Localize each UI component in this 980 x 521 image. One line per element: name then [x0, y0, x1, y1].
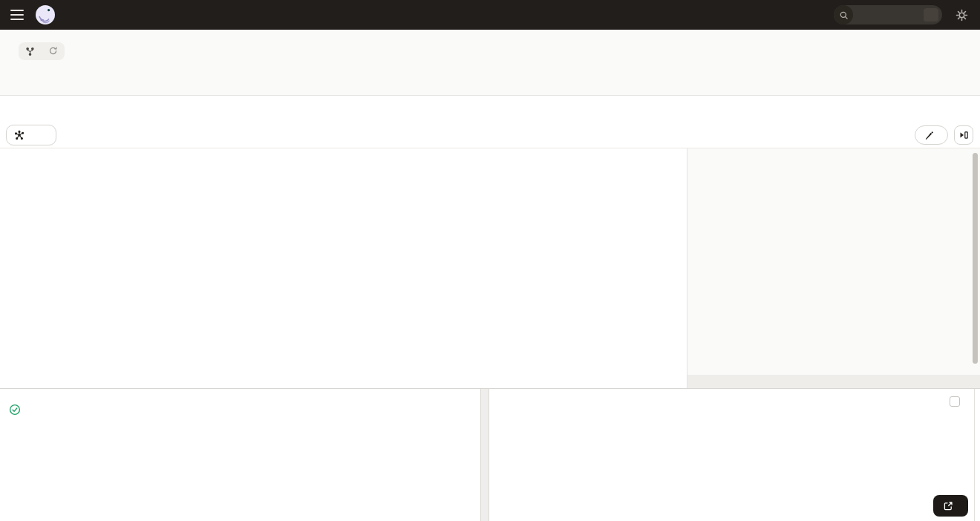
job-header: [0, 30, 980, 96]
job-location-badge: [19, 42, 65, 60]
job-graph-icon: [25, 47, 35, 56]
errors-only-toggle: [950, 396, 966, 407]
errors-only-checkbox[interactable]: [950, 396, 960, 407]
hamburger-menu-icon[interactable]: [10, 10, 24, 20]
bottom-splitter-handle[interactable]: [480, 389, 489, 521]
reload-icon[interactable]: [48, 46, 58, 57]
settings-gear-icon[interactable]: [956, 9, 968, 22]
launch-icon: [943, 501, 953, 511]
search-icon: [834, 5, 853, 24]
launchpad-toolbar: [0, 122, 980, 148]
autocomplete-hint: [687, 375, 980, 388]
bottom-panel: [0, 388, 980, 521]
launchpad-main: [0, 148, 980, 388]
edit-tags-button[interactable]: [915, 125, 948, 145]
dagster-logo-icon[interactable]: [35, 4, 56, 25]
launchpad-session-tabs: [0, 102, 980, 122]
config-sections-panel: [489, 389, 975, 521]
editor-gutter: [0, 152, 31, 388]
check-circle-icon: [9, 404, 21, 416]
pencil-icon: [924, 131, 934, 140]
play-panel-icon: [958, 130, 969, 140]
config-code-editor[interactable]: [0, 148, 687, 388]
errors-and-actions-panel: [0, 389, 480, 521]
launch-run-button[interactable]: [933, 495, 968, 517]
search-shortcut-key: [924, 8, 938, 22]
op-graph-icon: [14, 130, 24, 140]
config-schema-panel[interactable]: [687, 148, 980, 388]
expand-panel-button[interactable]: [954, 125, 973, 145]
schema-scrollbar[interactable]: [973, 153, 978, 364]
top-nav-bar: [0, 0, 980, 30]
search-input[interactable]: [834, 5, 942, 24]
op-selector-input[interactable]: [6, 125, 56, 145]
no-errors-status: [9, 404, 471, 416]
